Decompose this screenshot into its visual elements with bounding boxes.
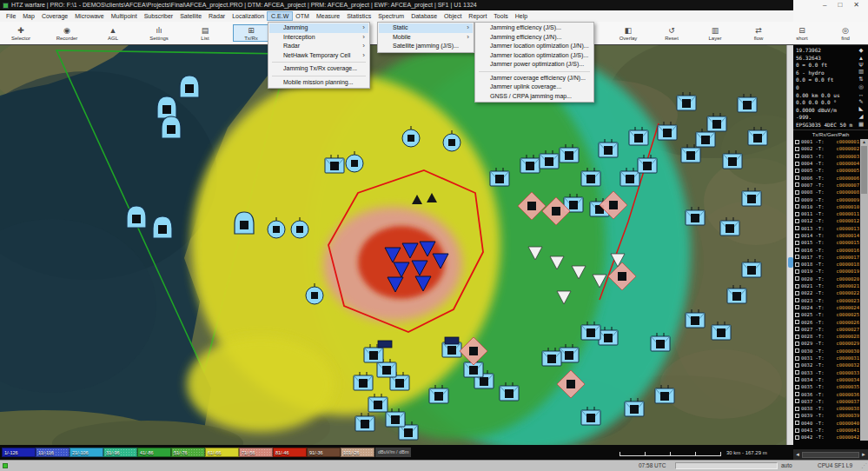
row-checkbox[interactable] (795, 169, 799, 173)
menu-object[interactable]: Object (441, 12, 465, 20)
label-tag-icon[interactable] (378, 341, 392, 348)
dome-sensor-icon[interactable] (157, 96, 176, 118)
toolbar-flow[interactable]: ⇄flow (741, 25, 776, 41)
menuitem-jamming-efficiency-j-n[interactable]: Jamming efficiency (J/N)... (476, 33, 593, 43)
tx-row[interactable]: 0003 -T:c0000003 (793, 153, 859, 160)
tx-row[interactable]: 0029 -T:c0000029 (793, 340, 859, 347)
tx-row[interactable]: 0017 -T:c0000017 (793, 254, 859, 261)
row-checkbox[interactable] (795, 335, 799, 339)
menu-radar[interactable]: Radar (205, 12, 229, 20)
antenna-icon[interactable]: ▲ (858, 55, 864, 61)
row-checkbox[interactable] (795, 370, 799, 375)
scroll-right-icon[interactable]: ► (861, 452, 866, 457)
tx-row[interactable]: 0034 -T:c0000034 (793, 376, 859, 383)
scroll-left-icon[interactable]: ◄ (795, 452, 800, 457)
sort-icon[interactable]: ⇅ (858, 76, 863, 83)
menuitem-jammer-location-optimization-j-s[interactable]: Jammer location optimization (J/S)... (476, 51, 593, 61)
tx-row[interactable]: 0025 -T:c0000025 (793, 311, 859, 318)
menu-spectrum[interactable]: Spectrum (374, 12, 407, 20)
menuitem-interception[interactable]: Interception› (269, 33, 368, 43)
toolbar-layer[interactable]: ▥Layer (698, 25, 732, 41)
row-checkbox[interactable] (795, 407, 799, 411)
menu-report[interactable]: Report (465, 12, 490, 20)
menuitem-mobile-mission-planning[interactable]: Mobile mission planning... (269, 78, 368, 88)
menu-otm[interactable]: OTM (292, 12, 313, 20)
toolbar-find[interactable]: ◎find (828, 25, 863, 41)
menuitem-mobile[interactable]: Mobile› (379, 33, 473, 43)
row-checkbox[interactable] (795, 305, 799, 309)
row-checkbox[interactable] (795, 428, 799, 433)
menu-satellite[interactable]: Satellite (176, 12, 205, 20)
row-checkbox[interactable] (795, 212, 799, 216)
row-checkbox[interactable] (795, 392, 799, 396)
menuitem-static[interactable]: Static› (379, 23, 473, 33)
row-checkbox[interactable] (795, 248, 799, 252)
tx-row[interactable]: 0041 -T:c0000041 (793, 427, 859, 434)
row-checkbox[interactable] (795, 234, 799, 238)
tx-row[interactable]: 0028 -T:c0000028 (793, 333, 859, 340)
row-checkbox[interactable] (795, 162, 799, 166)
row-checkbox[interactable] (795, 342, 799, 346)
dome-sensor-icon[interactable] (235, 212, 254, 234)
tx-row[interactable]: 0020 -T:c0000020 (793, 275, 859, 282)
row-checkbox[interactable] (795, 298, 799, 302)
row-checkbox[interactable] (795, 269, 799, 274)
menu-multipoint[interactable]: Multipoint (108, 12, 141, 20)
row-checkbox[interactable] (795, 147, 799, 151)
resize-grip[interactable]: ⋰ (861, 462, 867, 469)
tx-row[interactable]: 0011 -T:c0000011 (793, 210, 859, 217)
tx-row[interactable]: 0008 -T:c0000008 (793, 189, 859, 196)
row-checkbox[interactable] (795, 414, 799, 418)
row-checkbox[interactable] (795, 356, 799, 361)
tx-row[interactable]: 0033 -T:c0000033 (793, 369, 859, 376)
menu-subscriber[interactable]: Subscriber (141, 12, 176, 20)
row-checkbox[interactable] (795, 255, 799, 259)
columns-icon[interactable]: ▥ (858, 68, 864, 75)
dome-sensor-icon[interactable] (180, 76, 199, 97)
menu-localization[interactable]: Localization (229, 12, 268, 20)
row-checkbox[interactable] (795, 313, 799, 317)
menu-map[interactable]: Map (19, 12, 38, 20)
minimize-button[interactable]: – (823, 1, 826, 22)
row-checkbox[interactable] (795, 327, 799, 331)
row-checkbox[interactable] (795, 197, 799, 202)
menuitem-jammer-power-optimization-j-s[interactable]: Jammer power optimization (J/S)... (476, 60, 593, 70)
toolbar-agl[interactable]: ▲AGL (96, 25, 130, 41)
tx-row[interactable]: 0004 -T:c0000004 (793, 160, 859, 167)
map[interactable] (0, 45, 786, 445)
menuitem-radar[interactable]: Radar› (269, 42, 368, 51)
toolbar-selector[interactable]: ✚Selector (3, 25, 38, 41)
menu-database[interactable]: Database (407, 12, 441, 20)
menu-statistics[interactable]: Statistics (343, 12, 374, 20)
row-checkbox[interactable] (795, 399, 799, 403)
close-button[interactable]: ✕ (853, 1, 859, 22)
row-checkbox[interactable] (795, 241, 799, 245)
row-checkbox[interactable] (795, 385, 799, 389)
row-checkbox[interactable] (795, 190, 799, 195)
tx-row[interactable]: 0035 -T:c0000035 (793, 383, 859, 390)
row-checkbox[interactable] (795, 421, 799, 425)
tx-row[interactable]: 0032 -T:c0000032 (793, 362, 859, 368)
toolbar-recorder[interactable]: ◉Recorder (50, 25, 84, 41)
signal-icon[interactable]: ◢ (859, 113, 864, 120)
menuitem-nethawk-temporary-cell[interactable]: NetHawk Temporary Cell› (269, 51, 368, 61)
maximize-button[interactable]: □ (838, 1, 842, 22)
scroll-up-icon[interactable]: ▲ (862, 139, 866, 144)
row-checkbox[interactable] (795, 435, 799, 440)
menu-help[interactable]: Help (512, 12, 531, 20)
tx-row[interactable]: 0006 -T:c0000006 (793, 174, 859, 181)
tx-row[interactable]: 0031 -T:c0000031 (793, 355, 859, 362)
menu-microwave[interactable]: Microwave (71, 12, 107, 20)
marker-icon[interactable]: ◆ (859, 47, 864, 54)
list-vertical-scrollbar[interactable]: ▲ (860, 139, 868, 441)
menuitem-jamming-efficiency-j-s[interactable]: Jamming efficiency (J/S)... (476, 23, 593, 33)
row-checkbox[interactable] (795, 154, 799, 158)
menu-coverage[interactable]: Coverage (38, 12, 71, 20)
tx-row[interactable]: 0021 -T:c0000021 (793, 282, 859, 289)
tx-row[interactable]: 0027 -T:c0000027 (793, 326, 859, 333)
tx-row[interactable]: 0009 -T:c0000009 (793, 196, 859, 202)
mast-icon[interactable]: Ψ (858, 62, 863, 68)
grid-icon[interactable]: ▦ (858, 121, 864, 128)
tx-row[interactable]: 0002 -T:c0000002 (793, 145, 859, 152)
row-checkbox[interactable] (795, 204, 799, 209)
